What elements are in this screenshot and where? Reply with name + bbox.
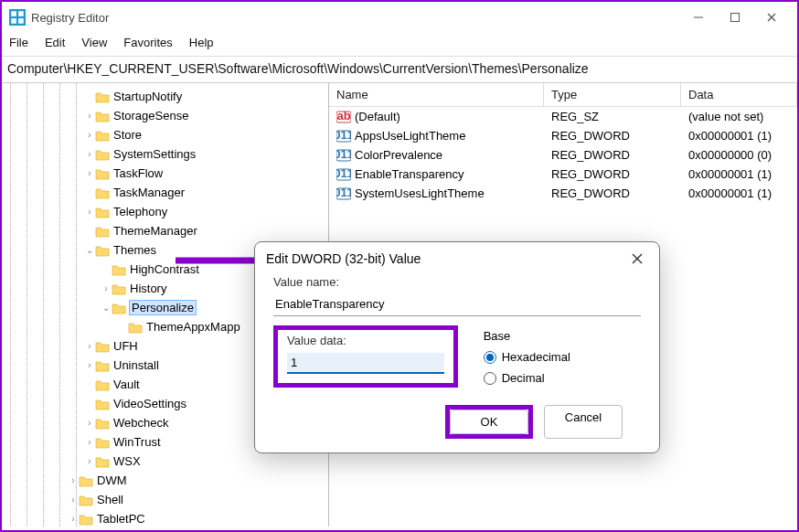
tree-label: Uninstall — [113, 358, 159, 372]
folder-icon — [95, 340, 113, 353]
menubar: File Edit View Favorites Help — [2, 33, 797, 56]
menu-edit[interactable]: Edit — [45, 36, 65, 49]
list-item[interactable]: 011AppsUseLightThemeREG_DWORD0x00000001 … — [329, 126, 797, 145]
expand-icon[interactable]: › — [84, 418, 95, 428]
menu-view[interactable]: View — [81, 36, 107, 49]
folder-icon — [112, 302, 130, 314]
tree-item[interactable]: ›Shell — [2, 490, 328, 509]
tree-item[interactable]: ›SystemSettings — [2, 144, 328, 164]
folder-icon — [95, 455, 113, 468]
tree-label: UFH — [113, 339, 138, 353]
value-type: REG_DWORD — [544, 184, 681, 203]
address-bar[interactable]: Computer\HKEY_CURRENT_USER\Software\Micr… — [2, 57, 797, 82]
tree-item[interactable]: ›Store — [2, 125, 328, 144]
folder-icon — [79, 474, 97, 487]
folder-icon — [95, 225, 113, 238]
ok-button[interactable]: OK — [450, 410, 528, 434]
value-type: REG_SZ — [544, 107, 681, 126]
cancel-button[interactable]: Cancel — [544, 405, 623, 439]
tree-label: HighContrast — [130, 262, 199, 276]
value-name: EnableTransparency — [355, 167, 463, 181]
expand-icon[interactable]: › — [84, 207, 95, 217]
list-item[interactable]: 011EnableTransparencyREG_DWORD0x00000001… — [329, 165, 797, 184]
tree-item[interactable]: ›StorageSense — [2, 106, 328, 125]
value-data: 0x00000001 (1) — [681, 184, 797, 203]
column-type[interactable]: Type — [544, 83, 681, 106]
regedit-icon — [9, 9, 26, 26]
value-data-input[interactable] — [287, 353, 444, 374]
tree-label: TaskFlow — [113, 166, 163, 180]
expand-icon[interactable]: ⌄ — [101, 303, 112, 313]
column-name[interactable]: Name — [329, 83, 544, 106]
value-name-label: Value name: — [273, 275, 641, 289]
expand-icon[interactable]: › — [68, 475, 79, 485]
tree-item[interactable]: TaskManager — [2, 183, 328, 202]
value-type: REG_DWORD — [544, 165, 681, 184]
tree-label: ThemeAppxMapp — [146, 320, 240, 334]
column-data[interactable]: Data — [681, 83, 797, 106]
tree-item[interactable]: ›TaskFlow — [2, 164, 328, 183]
list-item[interactable]: ab(Default)REG_SZ(value not set) — [329, 107, 797, 126]
tree-label: StorageSense — [113, 109, 188, 122]
tree-item[interactable]: ›TabletPC — [2, 509, 328, 527]
tree-label: History — [130, 282, 166, 295]
folder-icon — [112, 263, 130, 276]
expand-icon[interactable]: ⌄ — [84, 245, 95, 255]
folder-icon — [79, 494, 97, 506]
svg-text:011: 011 — [336, 149, 351, 161]
tree-label: Shell — [97, 493, 123, 506]
expand-icon[interactable]: › — [84, 437, 95, 447]
tree-label: Webcheck — [113, 416, 168, 430]
tree-item[interactable]: ›WSX — [2, 452, 328, 471]
expand-icon[interactable]: › — [84, 456, 95, 466]
folder-icon — [95, 167, 113, 180]
tree-item[interactable]: ThemeManager — [2, 221, 328, 240]
tree-item[interactable]: ›DWM — [2, 471, 328, 490]
menu-help[interactable]: Help — [189, 36, 214, 49]
value-data: 0x00000001 (1) — [681, 165, 797, 184]
maximize-button[interactable] — [717, 5, 753, 30]
tree-item[interactable]: ›Telephony — [2, 202, 328, 221]
tree-label: Personalize — [130, 301, 196, 314]
folder-icon — [95, 436, 113, 449]
list-item[interactable]: 011SystemUsesLightThemeREG_DWORD0x000000… — [329, 184, 797, 203]
value-name-field[interactable]: EnableTransparency — [273, 294, 641, 316]
folder-icon — [95, 186, 113, 199]
minimize-button[interactable] — [680, 5, 717, 30]
value-data-label: Value data: — [287, 334, 444, 347]
expand-icon[interactable]: › — [68, 514, 79, 524]
base-label: Base — [484, 329, 570, 343]
radio-icon — [484, 351, 496, 364]
tree-label: SystemSettings — [113, 147, 196, 161]
tree-label: ThemeManager — [113, 224, 197, 238]
expand-icon[interactable]: › — [84, 130, 95, 140]
svg-rect-4 — [18, 18, 24, 24]
folder-icon — [95, 398, 113, 410]
value-name: AppsUseLightTheme — [355, 129, 465, 143]
radio-hex-label: Hexadecimal — [502, 350, 570, 364]
tree-label: TabletPC — [97, 512, 145, 526]
expand-icon[interactable]: › — [84, 111, 95, 121]
expand-icon[interactable]: › — [101, 283, 112, 293]
dialog-title: Edit DWORD (32-bit) Value — [266, 251, 626, 266]
expand-icon[interactable]: › — [68, 495, 79, 505]
tree-label: WSX — [113, 454, 141, 468]
svg-rect-1 — [11, 11, 16, 16]
expand-icon[interactable]: › — [84, 341, 95, 351]
value-data: 0x00000000 (0) — [681, 145, 797, 165]
close-button[interactable] — [753, 5, 790, 30]
dialog-close-button[interactable] — [626, 251, 648, 266]
menu-favorites[interactable]: Favorites — [123, 36, 172, 49]
list-header[interactable]: Name Type Data — [329, 83, 797, 107]
expand-icon[interactable]: › — [84, 149, 95, 159]
menu-file[interactable]: File — [9, 36, 28, 49]
svg-text:011: 011 — [336, 187, 351, 199]
folder-icon — [95, 359, 113, 372]
expand-icon[interactable]: › — [84, 168, 95, 178]
tree-item[interactable]: StartupNotify — [2, 87, 328, 106]
radio-hexadecimal[interactable]: Hexadecimal — [484, 350, 570, 364]
expand-icon[interactable]: › — [84, 360, 95, 370]
value-name: (Default) — [355, 110, 400, 123]
list-item[interactable]: 011ColorPrevalenceREG_DWORD0x00000000 (0… — [329, 145, 797, 165]
radio-decimal[interactable]: Decimal — [484, 371, 570, 385]
